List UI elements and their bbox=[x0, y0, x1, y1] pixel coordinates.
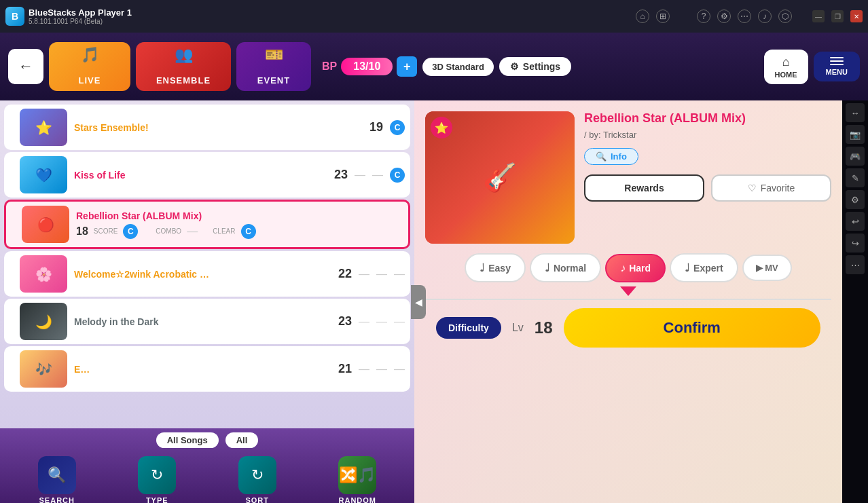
right-icon-5[interactable]: 📷 bbox=[846, 125, 865, 144]
home-label: HOME bbox=[775, 71, 797, 79]
right-icon-11[interactable]: ⋯ bbox=[846, 255, 865, 274]
gamepad-icon[interactable]: ⬡ bbox=[778, 10, 792, 23]
mode-label: 3D Standard bbox=[432, 62, 484, 72]
song-title: Stars Ensemble! bbox=[74, 122, 359, 133]
help-icon[interactable]: ? bbox=[697, 10, 710, 23]
song-item-stars-ensemble[interactable]: ⭐ Stars Ensemble! 19 C bbox=[4, 105, 410, 150]
bp-add-button[interactable]: + bbox=[397, 56, 417, 77]
score-badge: C bbox=[390, 168, 405, 183]
score-c-badge: C bbox=[123, 224, 138, 239]
song-item-kiss-of-life[interactable]: 💙 Kiss of Life 23 — — C bbox=[4, 152, 410, 198]
song-thumbnail: 💙 bbox=[20, 156, 67, 193]
search-label: SEARCH bbox=[39, 496, 75, 503]
action-buttons: Rewards ♡ Favorite bbox=[584, 174, 831, 202]
song-item-welcome-2wink[interactable]: 🌸 Welcome☆2wink Acrobatic … 22 — — — bbox=[4, 251, 410, 297]
sort-button[interactable]: ↻ SORT bbox=[238, 456, 276, 503]
live-icon: 🎵 bbox=[81, 46, 99, 64]
home-nav-icon[interactable]: ⌂ bbox=[636, 10, 649, 23]
event-icon: 🎫 bbox=[265, 46, 283, 64]
right-icon-4[interactable]: ↔ bbox=[846, 103, 865, 122]
easy-note: ♩ bbox=[480, 261, 485, 274]
song-title: Welcome☆2wink Acrobatic … bbox=[74, 269, 328, 280]
favorite-button[interactable]: ♡ Favorite bbox=[711, 174, 831, 202]
tab-ensemble[interactable]: 👥 ENSEMBLE bbox=[136, 42, 231, 91]
song-item-rebellion-star[interactable]: 🔴 Rebellion Star (ALBUM Mix) 18 SCORE C … bbox=[4, 200, 410, 249]
detail-divider bbox=[425, 299, 831, 300]
sort-icon: ↻ bbox=[238, 456, 276, 494]
score-label: SCORE bbox=[94, 227, 118, 235]
right-icon-8[interactable]: ⚙ bbox=[846, 190, 865, 209]
hard-note: ♪ bbox=[620, 262, 626, 274]
search-button[interactable]: 🔍 SEARCH bbox=[38, 456, 76, 503]
mv-button[interactable]: ▶ MV bbox=[742, 255, 792, 281]
song-thumbnail: 🔴 bbox=[22, 206, 69, 243]
back-button[interactable]: ← bbox=[8, 49, 43, 84]
tab-expert[interactable]: ♩ Expert bbox=[670, 253, 738, 282]
type-icon: ↻ bbox=[138, 456, 176, 494]
song-title: Melody in the Dark bbox=[74, 316, 328, 327]
song-thumbnail: 🎶 bbox=[20, 350, 67, 388]
song-level: 23 bbox=[335, 314, 352, 329]
tab-event[interactable]: 🎫 EVENT bbox=[236, 42, 311, 91]
right-icon-9[interactable]: ↩ bbox=[846, 212, 865, 231]
right-icon-6[interactable]: 🎮 bbox=[846, 147, 865, 166]
random-button[interactable]: 🔀🎵 RANDOM bbox=[338, 456, 376, 503]
close-btn[interactable]: ✕ bbox=[850, 10, 863, 22]
expert-note: ♩ bbox=[685, 261, 690, 274]
right-icon-7[interactable]: ✎ bbox=[846, 168, 865, 187]
song-thumbnail: 🌙 bbox=[20, 303, 67, 340]
song-title: Kiss of Life bbox=[74, 170, 324, 181]
song-level: 22 bbox=[335, 267, 352, 281]
difficulty-tabs: ♩ Easy ♩ Normal ♪ Hard ♩ Expert ▶ MV bbox=[425, 253, 831, 282]
type-label: TYPE bbox=[146, 496, 168, 503]
menu-label: MENU bbox=[826, 68, 848, 76]
album-art: 🎸 ⭐ bbox=[425, 111, 575, 244]
grid-icon[interactable]: ⊞ bbox=[656, 10, 670, 23]
type-button[interactable]: ↻ TYPE bbox=[138, 456, 176, 503]
song-list-bottom: All Songs All 🔍 SEARCH ↻ TYPE ↻ SORT 🔀🎵 bbox=[0, 428, 414, 503]
song-item-encore[interactable]: 🎶 E… 21 — — — bbox=[4, 346, 410, 392]
tab-easy[interactable]: ♩ Easy bbox=[465, 253, 526, 282]
normal-note: ♩ bbox=[545, 261, 550, 274]
clear-c-badge: C bbox=[241, 224, 256, 239]
confirm-area: Difficulty Lv 18 Confirm bbox=[425, 308, 831, 358]
menu-button[interactable]: MENU bbox=[814, 52, 860, 81]
right-icon-10[interactable]: ↪ bbox=[846, 234, 865, 253]
info-button[interactable]: 🔍 Info bbox=[584, 148, 638, 165]
bottom-buttons: 🔍 SEARCH ↻ TYPE ↻ SORT 🔀🎵 RANDOM bbox=[0, 452, 414, 503]
normal-label: Normal bbox=[554, 263, 586, 274]
more-icon[interactable]: ⋯ bbox=[738, 10, 751, 23]
tab-normal[interactable]: ♩ Normal bbox=[530, 253, 601, 282]
detail-title: Rebellion Star (ALBUM Mix) bbox=[584, 111, 831, 126]
detail-artist: / by: Trickstar bbox=[584, 130, 831, 140]
tab-live[interactable]: 🎵 LIVE bbox=[49, 42, 130, 91]
detail-info: Rebellion Star (ALBUM Mix) / by: Trickst… bbox=[584, 111, 831, 202]
song-item-melody-dark[interactable]: 🌙 Melody in the Dark 23 — — — bbox=[4, 299, 410, 344]
sort-label: SORT bbox=[245, 496, 269, 503]
mode-button[interactable]: 3D Standard bbox=[422, 58, 494, 76]
restore-btn[interactable]: ❐ bbox=[831, 10, 844, 22]
home-button[interactable]: ⌂ HOME bbox=[764, 50, 808, 84]
random-label: RANDOM bbox=[339, 496, 377, 503]
score-value: 18 bbox=[76, 225, 88, 238]
settings-icon-top[interactable]: ⚙ bbox=[717, 10, 731, 23]
mv-label: ▶ MV bbox=[756, 263, 778, 273]
ensemble-icon: 👥 bbox=[175, 46, 193, 64]
top-bar: B BlueStacks App Player 1 5.8.101.1001 P… bbox=[0, 0, 868, 33]
minimize-btn[interactable]: — bbox=[812, 10, 825, 22]
clear-label: CLEAR bbox=[213, 227, 235, 235]
combo-label: COMBO bbox=[156, 227, 181, 235]
rewards-button[interactable]: Rewards bbox=[584, 174, 704, 202]
collapse-arrow[interactable]: ◀ bbox=[411, 285, 426, 319]
confirm-button[interactable]: Confirm bbox=[564, 308, 821, 348]
app-version: 5.8.101.1001 P64 (Beta) bbox=[29, 18, 132, 25]
sound-icon[interactable]: ♪ bbox=[758, 10, 772, 23]
tab-hard[interactable]: ♪ Hard bbox=[605, 254, 666, 282]
settings-button[interactable]: ⚙ Settings bbox=[499, 57, 571, 76]
difficulty-pointer bbox=[620, 286, 636, 296]
detail-panel: 🎸 ⭐ Rebellion Star (ALBUM Mix) / by: Tri… bbox=[414, 100, 842, 503]
hard-label: Hard bbox=[629, 263, 651, 274]
all-type-filter[interactable]: All bbox=[225, 432, 259, 448]
all-songs-filter[interactable]: All Songs bbox=[156, 432, 219, 448]
app-icon: B bbox=[5, 7, 24, 26]
